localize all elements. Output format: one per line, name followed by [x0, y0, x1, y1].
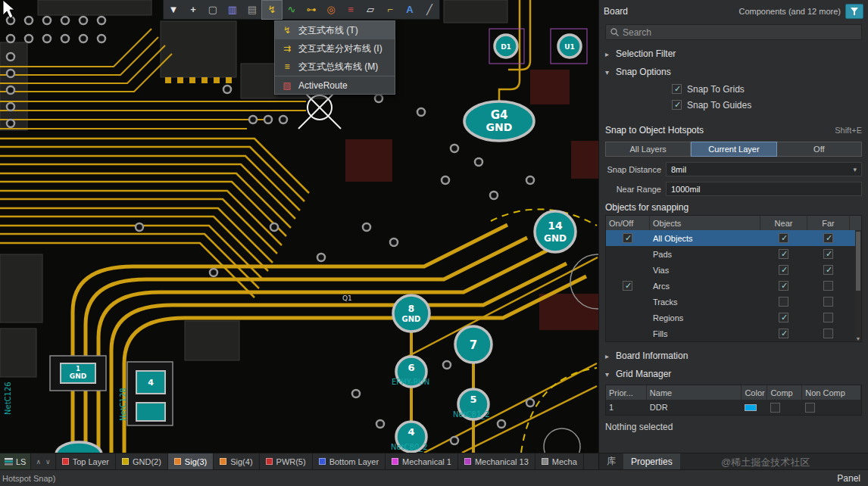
scrollbar-thumb[interactable] [856, 232, 860, 291]
near-checkbox[interactable] [779, 233, 788, 243]
near-checkbox[interactable] [779, 281, 788, 291]
signal-integrity-icon[interactable]: ∿ [282, 1, 301, 19]
table-scrollbar[interactable]: ▼ [855, 230, 861, 341]
search-box[interactable] [605, 24, 862, 40]
noncomp-checkbox[interactable] [805, 403, 815, 413]
altium-pcb-editor: G4 GND 14 GND 8 GND 7 6 5 4 D1 U1 1 GND … [0, 0, 868, 486]
marquee-select-icon[interactable]: ▢ [203, 1, 223, 19]
table-row[interactable]: Vias [606, 262, 856, 278]
menu-item-bus-routing[interactable]: ≡ 交互式总线布线 (M) [275, 58, 395, 76]
near-checkbox[interactable] [779, 313, 788, 322]
measure-icon[interactable]: ⌐ [380, 1, 400, 19]
near-checkbox[interactable] [779, 249, 788, 259]
grid-name: DDR [647, 403, 742, 412]
snap-distance-row: Snap Distance 8mil ▾ [605, 162, 862, 176]
far-checkbox[interactable] [823, 249, 833, 259]
grid-priority: 1 [606, 403, 647, 412]
current-layer-button[interactable]: Current Layer [691, 142, 776, 157]
shortcut-label: Shift+E [835, 126, 862, 135]
layer-tab-mechanical-13[interactable]: Mechanical 13 [458, 453, 535, 469]
column-graph-icon[interactable]: ▥ [223, 1, 242, 19]
objects-for-snapping-label: Objects for snapping [599, 196, 868, 215]
scroll-down-arrow-icon[interactable]: ▼ [855, 336, 861, 341]
section-snap-options[interactable]: ▾ Snap Options [599, 63, 868, 81]
place-line-icon[interactable]: ╱ [420, 1, 439, 19]
layer-tab-mechanical-cut[interactable]: Mecha [535, 453, 584, 469]
snap-to-guides-row[interactable]: Snap To Guides [672, 97, 868, 113]
menu-item-diff-pair-routing[interactable]: ⇉ 交互式差分对布线 (I) [275, 39, 395, 58]
layer-stack-icon[interactable]: ≡ [341, 1, 361, 19]
snap-hotspots-header: Snap to Object Hotspots Shift+E [599, 122, 868, 139]
panels-button[interactable]: Panel [837, 473, 868, 484]
filter-button[interactable] [845, 4, 863, 19]
place-text-icon[interactable]: A [400, 1, 420, 19]
tab-properties[interactable]: Properties [623, 453, 680, 469]
table-row[interactable]: Tracks [606, 294, 856, 310]
pad-label-6: 6 [407, 362, 414, 373]
layer-scroll-arrows[interactable]: ∧ ∨ [31, 453, 55, 469]
pcb-canvas[interactable]: G4 GND 14 GND 8 GND 7 6 5 4 D1 U1 1 GND … [0, 0, 598, 453]
grid-color-swatch[interactable] [745, 404, 757, 411]
interactive-routing-icon: ↯ [281, 25, 293, 36]
section-grid-manager[interactable]: ▾ Grid Manager [599, 365, 868, 383]
layer-tab-top-layer[interactable]: Top Layer [56, 453, 116, 469]
layer-tab-sig3[interactable]: Sig(3) [168, 453, 214, 469]
chevron-down-icon: ▾ [605, 370, 611, 379]
grid-row[interactable]: 1 DDR [606, 400, 861, 415]
tab-library[interactable]: 库 [599, 453, 623, 469]
layer-color-swatch [464, 458, 471, 465]
menu-item-interactive-routing[interactable]: ↯ 交互式布线 (T) [275, 21, 395, 39]
panel-title: Board [604, 6, 628, 17]
interactive-routing-icon[interactable]: ↯ [262, 1, 282, 19]
far-checkbox[interactable] [823, 313, 833, 322]
near-range-input[interactable]: 1000mil [666, 182, 862, 196]
all-layers-button[interactable]: All Layers [605, 142, 691, 157]
onoff-checkbox[interactable] [623, 233, 632, 243]
near-checkbox[interactable] [779, 265, 788, 275]
table-row[interactable]: All Objects [606, 230, 856, 246]
filter-toolbar-icon[interactable]: ▼ [164, 1, 183, 19]
layer-tab-mechanical-1[interactable]: Mechanical 1 [386, 453, 458, 469]
polygon-pour-icon[interactable]: ▱ [361, 1, 380, 19]
layer-tab-bottom-layer[interactable]: Bottom Layer [313, 453, 386, 469]
move-icon[interactable]: + [183, 1, 203, 19]
section-label: Selection Filter [616, 48, 676, 59]
via-stitch-icon[interactable]: ◎ [321, 1, 341, 19]
layer-tab-pwr5[interactable]: PWR(5) [260, 453, 313, 469]
scroll-up-icon[interactable]: ∧ [36, 458, 41, 466]
section-selection-filter[interactable]: ▸ Selection Filter [599, 45, 868, 63]
onoff-checkbox[interactable] [623, 281, 632, 291]
layer-tab-label: Top Layer [73, 457, 109, 466]
search-input[interactable] [623, 27, 857, 38]
snap-to-grids-checkbox[interactable] [672, 84, 682, 94]
menu-item-label: 交互式差分对布线 (I) [298, 42, 382, 55]
snap-to-grids-row[interactable]: Snap To Grids [672, 81, 868, 97]
far-checkbox[interactable] [823, 329, 833, 338]
far-checkbox[interactable] [823, 233, 833, 243]
key-icon[interactable]: ⊶ [301, 1, 321, 19]
near-checkbox[interactable] [779, 297, 788, 307]
table-row[interactable]: Pads [606, 246, 856, 262]
table-row[interactable]: Regions [606, 310, 856, 326]
snap-to-guides-checkbox[interactable] [672, 100, 682, 110]
section-board-information[interactable]: ▸ Board Information [599, 347, 868, 365]
scroll-down-icon[interactable]: ∨ [45, 458, 51, 466]
table-row[interactable]: Arcs [606, 278, 856, 294]
layer-tab-gnd2[interactable]: GND(2) [116, 453, 168, 469]
far-checkbox[interactable] [823, 265, 833, 275]
panel-scope-label[interactable]: Components (and 12 more) [738, 7, 841, 16]
comp-checkbox[interactable] [770, 403, 780, 413]
far-checkbox[interactable] [823, 297, 833, 307]
near-checkbox[interactable] [779, 329, 788, 338]
off-button[interactable]: Off [777, 142, 862, 157]
snap-distance-dropdown[interactable]: 8mil ▾ [666, 162, 862, 176]
far-checkbox[interactable] [823, 281, 833, 291]
row-graph-icon[interactable]: ▤ [242, 1, 262, 19]
layer-tab-label: Mechanical 1 [402, 457, 451, 466]
layer-tab-sig4[interactable]: Sig(4) [214, 453, 259, 469]
menu-item-activeroute[interactable]: ▨ ActiveRoute [275, 76, 395, 94]
row-label: Arcs [650, 282, 760, 291]
layer-set-selector[interactable]: LS [0, 453, 31, 469]
table-row[interactable]: Fills [606, 326, 856, 341]
net-label-netc80: NetC80_2 [391, 443, 428, 452]
